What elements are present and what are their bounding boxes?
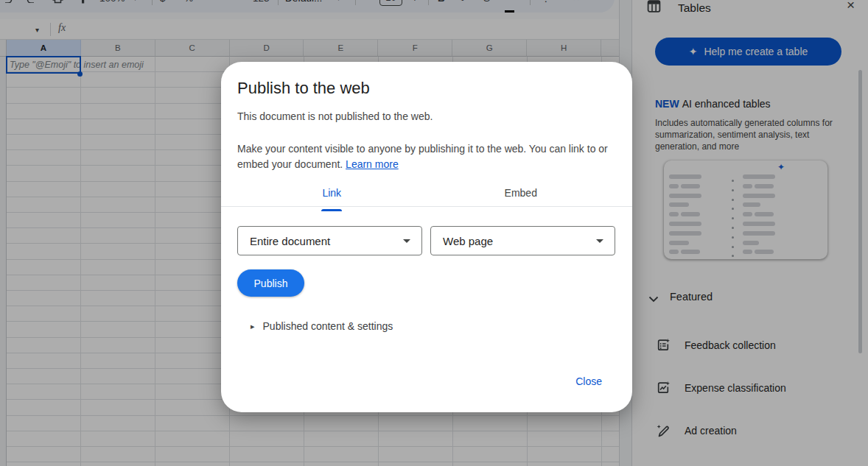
- expander-arrow-icon: ▸: [251, 322, 255, 331]
- publish-status-text: This document is not published to the we…: [237, 110, 433, 122]
- dialog-close-button[interactable]: Close: [575, 375, 602, 387]
- published-content-dropdown[interactable]: Entire document: [237, 226, 422, 255]
- chevron-down-icon: [596, 239, 603, 243]
- learn-more-link[interactable]: Learn more: [346, 158, 399, 170]
- dialog-title: Publish to the web: [237, 79, 370, 98]
- tab-embed[interactable]: Embed: [427, 180, 616, 206]
- tab-link[interactable]: Link: [237, 180, 427, 206]
- publish-to-web-dialog: Publish to the web This document is not …: [221, 62, 632, 412]
- screen: 100% ▾ $ % .0← .00→ 123 Defaul... ▾ − 10…: [0, 0, 868, 466]
- publish-button[interactable]: Publish: [237, 269, 304, 297]
- chevron-down-icon: [403, 239, 410, 243]
- tabs-divider: [221, 206, 632, 207]
- dialog-body-text: Make your content visible to anyone by p…: [237, 141, 608, 172]
- published-content-settings-expander[interactable]: ▸ Published content & settings: [251, 320, 393, 332]
- dialog-tabs: Link Embed: [237, 180, 615, 206]
- publish-format-dropdown[interactable]: Web page: [430, 226, 615, 255]
- active-tab-indicator: [321, 209, 342, 211]
